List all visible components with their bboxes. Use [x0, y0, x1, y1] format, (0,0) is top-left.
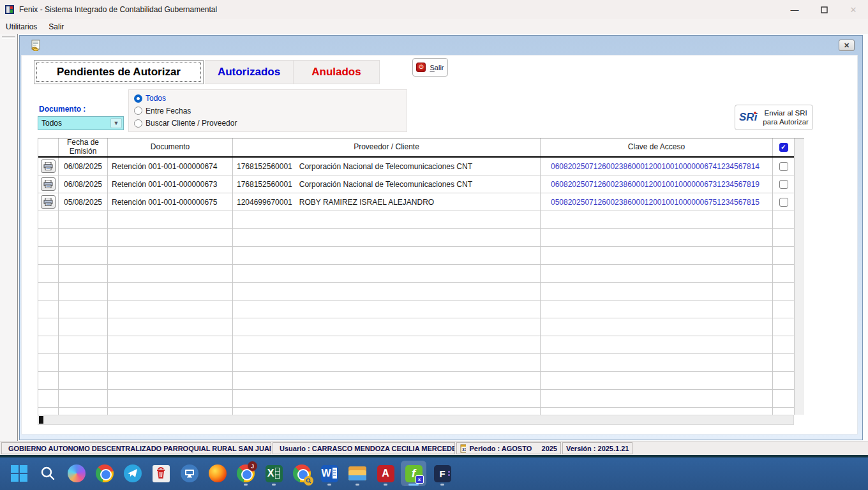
- fenix-app-icon: [4, 4, 15, 15]
- table-row[interactable]: 06/08/2025 Retención 001-001-000000673 1…: [38, 175, 795, 193]
- row-checkbox[interactable]: [779, 180, 788, 189]
- radio-todos[interactable]: Todos: [134, 93, 401, 103]
- table-row[interactable]: 06/08/2025 Retención 001-001-000000674 1…: [38, 158, 795, 175]
- status-version: Versión : 2025.1.21: [562, 442, 632, 454]
- status-entity-text: GOBIERNO AUTONOMO DESCENTRALIZADO PARROQ…: [8, 445, 271, 452]
- horizontal-scrollbar[interactable]: [38, 415, 794, 425]
- documento-dropdown[interactable]: Todos ▼: [38, 116, 124, 130]
- empty-table-row: [38, 354, 795, 372]
- empty-table-row: [38, 336, 795, 354]
- header-proveedor: Proveedor / Cliente: [233, 138, 541, 156]
- tab-label: Anulados: [311, 66, 361, 78]
- taskbar: J X W A fx F ⌃ ESPES 15:066/8/2025 z: [0, 457, 868, 490]
- cell-fecha: 06/08/2025: [59, 158, 108, 175]
- tab-autorizados[interactable]: Autorizados: [205, 60, 294, 84]
- empty-table-row: [38, 318, 795, 336]
- salir-button[interactable]: ⏻ Salir: [412, 58, 448, 77]
- status-user: Usuario : CARRASCO MENDOZA CECILIA MERCE…: [273, 442, 455, 454]
- empty-table-row: [38, 301, 795, 318]
- status-bar: GOBIERNO AUTONOMO DESCENTRALIZADO PARROQ…: [0, 441, 868, 455]
- chrome-profile-icon[interactable]: J: [233, 461, 258, 486]
- close-button[interactable]: ✕: [839, 0, 868, 19]
- start-button[interactable]: [6, 461, 32, 486]
- empty-table-row: [38, 229, 795, 247]
- print-button[interactable]: [41, 195, 56, 209]
- power-icon: ⏻: [416, 63, 426, 72]
- print-button[interactable]: [41, 160, 56, 173]
- documento-label: Documento :: [39, 105, 86, 114]
- panel-grip[interactable]: [2, 36, 15, 39]
- focus-rect: [36, 63, 201, 82]
- menu-bar: Utilitarios Salir: [0, 19, 868, 34]
- status-user-text: Usuario : CARRASCO MENDOZA CECILIA MERCE…: [280, 445, 455, 452]
- mdi-area: ✕ Pendientes de Autorizar Autorizados An…: [0, 34, 868, 441]
- radio-label: Entre Fechas: [146, 107, 191, 115]
- word-icon[interactable]: W: [317, 461, 342, 486]
- cell-proveedor: 1768152560001Corporación Nacional de Tel…: [233, 175, 541, 193]
- grid-body: 06/08/2025 Retención 001-001-000000674 1…: [38, 158, 804, 415]
- vertical-scrollbar[interactable]: [794, 138, 804, 415]
- monitor-app-icon[interactable]: [177, 461, 202, 486]
- radio-entre-fechas[interactable]: Entre Fechas: [134, 106, 401, 116]
- status-version-text: Versión : 2025.1.21: [566, 445, 629, 452]
- print-button[interactable]: [41, 177, 56, 191]
- minimize-button[interactable]: —: [780, 0, 809, 19]
- documents-table: Fecha de Emisión Documento Proveedor / C…: [38, 138, 804, 415]
- header-checkbox-cell: ✓: [773, 138, 795, 156]
- menu-salir[interactable]: Salir: [43, 20, 70, 33]
- row-checkbox[interactable]: [779, 198, 788, 207]
- header-fecha: Fecha de Emisión: [59, 138, 108, 156]
- salir-button-label: Salir: [430, 64, 444, 71]
- child-window: ✕ Pendientes de Autorizar Autorizados An…: [19, 35, 863, 440]
- cell-fecha: 06/08/2025: [59, 175, 108, 193]
- acrobat-icon[interactable]: A: [373, 461, 398, 486]
- radio-icon: [134, 94, 142, 103]
- empty-table-row: [38, 211, 795, 229]
- cell-proveedor: 1204699670001ROBY RAMIREZ ISRAEL ALEJAND…: [233, 193, 541, 211]
- calendar-icon: 31: [460, 444, 466, 453]
- child-titlebar: ✕: [20, 36, 862, 55]
- chrome-icon[interactable]: [92, 461, 117, 486]
- documento-dropdown-value: Todos: [41, 119, 62, 128]
- cell-clave: 0608202507126002386000120010010000006731…: [541, 175, 773, 193]
- telegram-icon[interactable]: [120, 461, 146, 486]
- cell-clave: 0608202507126002386000120010010000006741…: [541, 158, 773, 175]
- chevron-down-icon[interactable]: ▼: [110, 118, 122, 128]
- left-panel: [0, 34, 18, 441]
- scrollbar-thumb[interactable]: [39, 416, 43, 424]
- select-all-checkbox[interactable]: ✓: [779, 143, 788, 152]
- child-content: Pendientes de Autorizar Autorizados Anul…: [21, 55, 858, 434]
- header-clave: Clave de Acceso: [541, 138, 773, 156]
- recycle-bin-icon[interactable]: [148, 461, 174, 486]
- radio-icon: [134, 119, 142, 128]
- empty-table-row: [38, 283, 795, 301]
- radio-label: Buscar Cliente / Proveedor: [146, 119, 237, 128]
- empty-table-row: [38, 408, 795, 415]
- explorer-icon[interactable]: [345, 461, 370, 486]
- fenix-taskbar-icon[interactable]: fx: [401, 461, 426, 486]
- search-icon[interactable]: [35, 461, 61, 486]
- f-app-icon[interactable]: F: [430, 461, 455, 486]
- filter-radio-group: Todos Entre Fechas Buscar Cliente / Prov…: [128, 89, 407, 132]
- header-print-column: [38, 138, 59, 156]
- radio-label: Todos: [146, 94, 166, 103]
- tab-anulados[interactable]: Anulados: [294, 60, 380, 84]
- empty-table-row: [38, 390, 795, 408]
- copilot-icon[interactable]: [64, 461, 89, 486]
- excel-icon[interactable]: X: [261, 461, 287, 486]
- empty-table-row: [38, 372, 795, 390]
- cell-documento: Retención 001-001-000000673: [108, 175, 233, 193]
- child-close-button[interactable]: ✕: [839, 40, 855, 51]
- chrome-search-icon[interactable]: [289, 461, 315, 486]
- menu-utilitarios[interactable]: Utilitarios: [0, 20, 43, 33]
- firefox-icon[interactable]: [205, 461, 230, 486]
- radio-buscar-cliente[interactable]: Buscar Cliente / Proveedor: [134, 118, 401, 128]
- tab-pendientes[interactable]: Pendientes de Autorizar: [34, 60, 204, 84]
- main-titlebar: Fenix - Sistema Integrado de Contabilida…: [0, 0, 868, 19]
- row-checkbox[interactable]: [779, 162, 788, 171]
- maximize-button[interactable]: [809, 0, 839, 19]
- cell-fecha: 05/08/2025: [59, 193, 108, 211]
- enviar-sri-button[interactable]: SRi Enviar al SRIpara Autorizar: [735, 105, 813, 130]
- status-periodo: 31 Periodo : AGOSTO 2025: [456, 442, 561, 454]
- table-row[interactable]: 05/08/2025 Retención 001-001-000000675 1…: [38, 193, 795, 211]
